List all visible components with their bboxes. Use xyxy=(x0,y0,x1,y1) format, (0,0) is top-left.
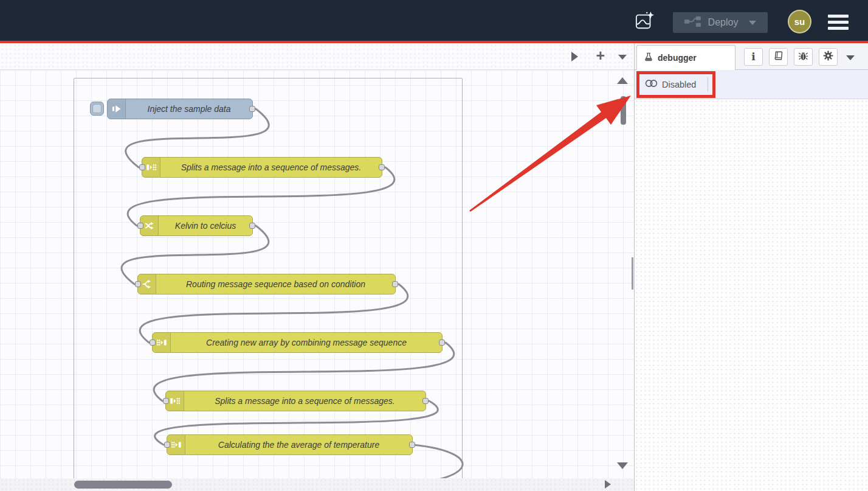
play-right-icon[interactable] xyxy=(571,52,578,61)
bug-button[interactable] xyxy=(794,48,813,66)
chevron-down-icon[interactable] xyxy=(749,21,756,25)
node-label: Inject the sample data xyxy=(126,99,252,119)
flow-node-join[interactable]: Calculating the the average of temperatu… xyxy=(167,434,413,455)
toggle-off-icon xyxy=(645,79,658,90)
deploy-label: Deploy xyxy=(708,17,739,28)
node-label: Splits a message into a sequence of mess… xyxy=(160,158,382,177)
gear-icon xyxy=(823,50,833,63)
flow-node-join[interactable]: Creating new array by combining message … xyxy=(152,332,443,353)
chevron-down-icon[interactable] xyxy=(846,55,855,60)
user-avatar[interactable]: su xyxy=(788,10,811,33)
flow-editor-column: + Inject the sample dataSplits a message… xyxy=(0,43,634,491)
info-icon: i xyxy=(751,52,755,63)
tab-debugger-label: debugger xyxy=(658,53,697,63)
info-button[interactable]: i xyxy=(744,48,763,66)
flow-node-split[interactable]: Splits a message into a sequence of mess… xyxy=(165,391,426,411)
input-port[interactable] xyxy=(163,398,169,404)
input-port[interactable] xyxy=(135,281,141,287)
flask-icon xyxy=(644,52,653,64)
deploy-button[interactable]: Deploy xyxy=(673,12,768,33)
disabled-toggle-button[interactable]: Disabled xyxy=(642,76,698,93)
input-port[interactable] xyxy=(137,223,143,229)
app-window: Deploy su + Inject the sample dataSplits… xyxy=(0,0,868,491)
sidebar-splitter-handle[interactable] xyxy=(632,257,633,290)
workspace: + Inject the sample dataSplits a message… xyxy=(0,43,868,491)
output-port[interactable] xyxy=(422,398,429,404)
gear-button[interactable] xyxy=(819,48,838,66)
header-bar: Deploy su xyxy=(0,0,868,41)
flow-node-inject[interactable]: Inject the sample data xyxy=(107,99,253,119)
node-label: Splits a message into a sequence of mess… xyxy=(184,391,425,411)
node-label: Creating new array by combining message … xyxy=(171,333,442,352)
scroll-down-icon[interactable] xyxy=(617,462,628,469)
output-port[interactable] xyxy=(379,164,385,170)
deploy-nodes-icon xyxy=(684,16,701,29)
flow-canvas[interactable]: Inject the sample dataSplits a message i… xyxy=(0,70,634,478)
output-port[interactable] xyxy=(249,223,255,229)
sidebar: debugger i Disabled xyxy=(634,43,868,491)
vertical-scrollbar-thumb[interactable] xyxy=(621,96,626,125)
inject-icon xyxy=(108,99,126,119)
flow-node-switch[interactable]: Routing message sequence based on condit… xyxy=(137,274,396,294)
flow-node-change[interactable]: Kelvin to celcius xyxy=(140,215,253,236)
output-port[interactable] xyxy=(249,106,255,112)
book-icon xyxy=(774,51,784,63)
workspace-tab-bar: + xyxy=(0,43,634,70)
book-button[interactable] xyxy=(769,48,788,66)
scroll-up-icon[interactable] xyxy=(617,77,628,84)
plus-icon[interactable]: + xyxy=(596,47,605,64)
flow-sparkle-icon[interactable] xyxy=(635,10,655,32)
input-port[interactable] xyxy=(139,164,145,170)
inject-trigger-button[interactable] xyxy=(90,102,104,116)
horizontal-scrollbar-thumb[interactable] xyxy=(74,481,172,489)
bug-icon xyxy=(798,51,808,63)
debug-toolbar: Disabled xyxy=(635,70,868,99)
hamburger-icon[interactable] xyxy=(828,15,849,30)
node-label: Calculating the the average of temperatu… xyxy=(185,435,412,454)
output-port[interactable] xyxy=(392,281,398,287)
node-label: Routing message sequence based on condit… xyxy=(156,274,395,294)
node-label: Kelvin to celcius xyxy=(159,216,252,235)
output-port[interactable] xyxy=(409,442,415,448)
input-port[interactable] xyxy=(150,340,156,346)
tab-debugger[interactable]: debugger xyxy=(636,45,735,70)
scroll-right-icon[interactable] xyxy=(605,480,611,489)
avatar-initials: su xyxy=(794,16,805,27)
horizontal-scrollbar[interactable] xyxy=(0,478,634,491)
toolbar-separator xyxy=(708,77,708,92)
sidebar-tab-bar: debugger i xyxy=(635,43,868,70)
disabled-label: Disabled xyxy=(662,80,696,89)
input-port[interactable] xyxy=(164,442,170,448)
flow-node-split[interactable]: Splits a message into a sequence of mess… xyxy=(142,157,382,178)
debug-messages-panel[interactable] xyxy=(635,99,868,491)
output-port[interactable] xyxy=(439,340,445,346)
chevron-down-icon[interactable] xyxy=(618,55,627,60)
